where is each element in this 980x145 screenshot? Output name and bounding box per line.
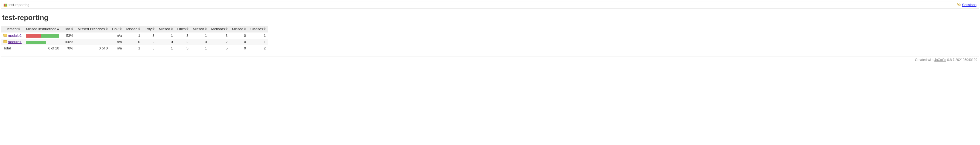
classes: 1	[248, 32, 268, 39]
total-cxty: 5	[143, 45, 157, 52]
cov-branches: n/a	[110, 39, 124, 45]
classes: 1	[248, 39, 268, 45]
col-methods[interactable]: Methods	[209, 26, 230, 32]
sessions-icon	[957, 2, 961, 7]
cxty: 2	[143, 39, 157, 45]
svg-point-4	[959, 4, 960, 6]
coverage-bar-covered	[26, 41, 46, 44]
total-classes: 2	[248, 45, 268, 52]
methods: 2	[209, 39, 230, 45]
footer: Created with JaCoCo 0.8.7.202105040129	[0, 58, 977, 62]
module-link[interactable]: module1	[8, 40, 22, 44]
coverage-bar-cell	[24, 39, 61, 45]
missed-lines: 1	[157, 32, 175, 39]
breadcrumb-right: Sessions	[957, 2, 977, 7]
coverage-bar-covered	[41, 34, 59, 38]
col-classes[interactable]: Classes	[248, 26, 268, 32]
col-missed-classes[interactable]: Missed	[230, 26, 248, 32]
missed-methods: 1	[191, 32, 209, 39]
cov-instr: 53%	[61, 32, 75, 39]
missed-classes: 0	[230, 32, 248, 39]
total-label: Total	[1, 45, 24, 52]
total-missed-methods: 1	[191, 45, 209, 52]
col-missed-branches[interactable]: Missed Branches	[75, 26, 110, 32]
cov-branches: n/a	[110, 32, 124, 39]
footer-separator	[1, 56, 979, 57]
coverage-table: Element Missed Instructions Cov. Missed …	[1, 26, 268, 51]
element-cell: module1	[1, 39, 24, 45]
svg-rect-2	[5, 5, 6, 6]
col-missed-methods[interactable]: Missed	[191, 26, 209, 32]
svg-rect-8	[3, 40, 5, 41]
total-missed-cxty: 1	[124, 45, 142, 52]
missed-branches-bar	[75, 32, 110, 39]
footer-jacoco-link[interactable]: JaCoCo	[934, 58, 946, 62]
coverage-bar-cell	[24, 32, 61, 39]
total-cov-branches: n/a	[110, 45, 124, 52]
missed-methods: 0	[191, 39, 209, 45]
total-cov-instr: 70%	[61, 45, 75, 52]
package-icon	[3, 40, 7, 44]
col-missed-lines[interactable]: Missed	[157, 26, 175, 32]
element-cell: module2	[1, 32, 24, 39]
total-missed-lines: 1	[157, 45, 175, 52]
total-missed-branches: 0 of 0	[75, 45, 110, 52]
coverage-bar-missed	[26, 34, 41, 38]
coverage-bar	[26, 41, 59, 44]
missed-cxty: 1	[124, 32, 142, 39]
breadcrumb-left: test-reporting	[3, 3, 30, 7]
coverage-bar	[26, 34, 59, 38]
total-lines: 5	[175, 45, 191, 52]
table-row: module253%n/a13131301	[1, 32, 268, 39]
table-row-total: Total 6 of 20 70% 0 of 0 n/a 1 5 1 5 1 5…	[1, 45, 268, 52]
page-title: test-reporting	[2, 13, 978, 22]
col-missed-instructions[interactable]: Missed Instructions	[24, 26, 61, 32]
missed-cxty: 0	[124, 39, 142, 45]
methods: 3	[209, 32, 230, 39]
missed-branches-bar	[75, 39, 110, 45]
module-link[interactable]: module2	[8, 34, 22, 38]
total-methods: 5	[209, 45, 230, 52]
col-lines[interactable]: Lines	[175, 26, 191, 32]
report-icon	[3, 3, 7, 7]
missed-classes: 0	[230, 39, 248, 45]
col-cxty[interactable]: Cxty	[143, 26, 157, 32]
col-missed-cxty[interactable]: Missed	[124, 26, 142, 32]
cxty: 3	[143, 32, 157, 39]
lines: 3	[175, 32, 191, 39]
lines: 2	[175, 39, 191, 45]
missed-lines: 0	[157, 39, 175, 45]
footer-version: 0.8.7.202105040129	[947, 58, 977, 62]
breadcrumb-title: test-reporting	[8, 3, 30, 7]
footer-prefix: Created with	[915, 58, 934, 62]
svg-rect-1	[4, 5, 5, 6]
total-missed-classes: 0	[230, 45, 248, 52]
package-icon	[3, 33, 7, 38]
col-cov-branches[interactable]: Cov.	[110, 26, 124, 32]
total-missed-instr: 6 of 20	[24, 45, 61, 52]
col-cov-instructions[interactable]: Cov.	[61, 26, 75, 32]
svg-rect-6	[3, 34, 5, 35]
cov-instr: 100%	[61, 39, 75, 45]
breadcrumb: test-reporting Sessions	[1, 1, 979, 8]
table-row: module1100%n/a02020201	[1, 39, 268, 45]
sessions-link[interactable]: Sessions	[962, 3, 977, 7]
col-element[interactable]: Element	[1, 26, 24, 32]
